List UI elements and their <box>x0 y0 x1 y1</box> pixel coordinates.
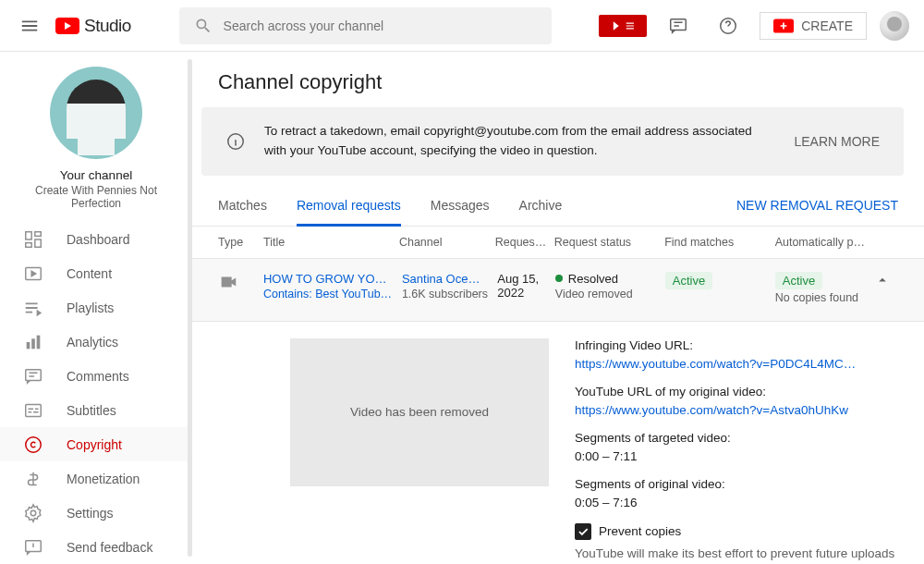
prevent-copies-checkbox[interactable] <box>575 523 591 540</box>
channel-name: Create With Pennies Not Perfection <box>15 184 177 210</box>
monetization-icon <box>22 468 44 490</box>
sidebar-item-settings[interactable]: Settings <box>0 496 192 530</box>
comments-icon <box>22 365 44 387</box>
info-message: To retract a takedown, email copyright@y… <box>264 122 775 161</box>
infringing-url-label: Infringing Video URL: <box>575 338 898 352</box>
content-icon <box>22 263 44 285</box>
gear-icon <box>22 502 44 524</box>
sidebar: Your channel Create With Pennies Not Per… <box>0 52 192 564</box>
row-subscribers: 1.6K subscribers <box>402 288 488 300</box>
channel-card[interactable]: Your channel Create With Pennies Not Per… <box>0 63 192 223</box>
auto-prevent-sub: No copies found <box>775 291 865 304</box>
search-icon <box>194 17 213 35</box>
segments-original-value: 0:05 – 7:16 <box>575 496 898 509</box>
your-channel-label: Your channel <box>15 168 177 182</box>
segments-targeted-label: Segments of targeted video: <box>575 431 898 445</box>
info-icon <box>225 131 246 152</box>
tubebuddy-icon <box>608 19 621 32</box>
dashboard-icon <box>22 228 44 251</box>
row-status: Resolved <box>568 272 618 286</box>
chat-icon[interactable] <box>660 7 697 44</box>
prevent-copies-label: Prevent copies <box>599 524 681 538</box>
svg-rect-9 <box>27 342 30 349</box>
removed-video-thumbnail: Video has been removed <box>290 338 549 486</box>
find-matches-badge: Active <box>665 272 712 289</box>
row-channel-link[interactable]: Santina Oce… <box>402 272 488 286</box>
row-status-sub: Video removed <box>555 288 656 300</box>
create-button[interactable]: CREATE <box>760 12 867 40</box>
table-header: Type Title Channel Reques… Request statu… <box>192 227 924 259</box>
infringing-url-link[interactable]: https://www.youtube.com/watch?v=P0DC4L4M… <box>575 357 898 371</box>
page-title: Channel copyright <box>192 52 924 107</box>
status-dot-icon <box>555 275 563 282</box>
expand-row-button[interactable] <box>874 272 898 291</box>
new-removal-request-button[interactable]: NEW REMOVAL REQUEST <box>736 198 898 213</box>
col-title: Title <box>263 236 399 249</box>
col-find: Find matches <box>664 236 774 249</box>
svg-rect-12 <box>26 370 42 381</box>
col-status: Request status <box>554 236 664 249</box>
sidebar-item-dashboard[interactable]: Dashboard <box>0 223 192 257</box>
segments-targeted-value: 0:00 – 7:11 <box>575 449 898 463</box>
auto-prevent-badge: Active <box>775 272 822 289</box>
col-type: Type <box>218 236 263 249</box>
create-icon <box>773 18 794 33</box>
sidebar-item-copyright[interactable]: Copyright <box>0 427 192 461</box>
tab-removal-requests[interactable]: Removal requests <box>297 185 401 226</box>
info-banner: To retract a takedown, email copyright@y… <box>201 107 904 176</box>
tab-matches[interactable]: Matches <box>218 185 267 226</box>
channel-avatar <box>50 67 142 159</box>
col-channel: Channel <box>399 236 495 249</box>
tubebuddy-button[interactable] <box>599 15 647 37</box>
playlists-icon <box>22 297 44 319</box>
col-requested: Reques… <box>495 236 554 249</box>
list-icon <box>625 19 638 32</box>
svg-rect-1 <box>671 18 687 30</box>
prevent-copies-description: YouTube will make its best effort to pre… <box>575 546 894 564</box>
sidebar-item-monetization[interactable]: Monetization <box>0 461 192 496</box>
segments-original-label: Segments of original video: <box>575 477 898 491</box>
svg-rect-11 <box>37 336 41 349</box>
learn-more-button[interactable]: LEARN MORE <box>794 134 880 149</box>
tab-archive[interactable]: Archive <box>519 185 563 226</box>
original-url-label: YouTube URL of my original video: <box>575 385 898 398</box>
table-row: HOW TO GROW YOU… Contains: Best YouTub… … <box>192 259 924 322</box>
copyright-icon <box>22 434 44 456</box>
row-contains-link[interactable]: Contains: Best YouTub… <box>263 288 393 300</box>
row-requested-date: Aug 15, 2022 <box>497 272 555 300</box>
main-content: Channel copyright To retract a takedown,… <box>192 52 924 564</box>
svg-rect-5 <box>35 232 41 237</box>
help-icon[interactable] <box>710 7 747 44</box>
original-url-link[interactable]: https://www.youtube.com/watch?v=Astva0hU… <box>575 403 898 417</box>
check-icon <box>577 525 590 538</box>
feedback-icon <box>22 536 44 558</box>
sidebar-item-feedback[interactable]: Send feedback <box>0 530 192 564</box>
sidebar-item-subtitles[interactable]: Subtitles <box>0 394 192 428</box>
menu-icon[interactable] <box>18 15 41 37</box>
svg-rect-4 <box>26 232 31 239</box>
col-auto: Automatically prev… <box>775 236 875 249</box>
tabs: Matches Removal requests Messages Archiv… <box>192 185 924 227</box>
svg-rect-7 <box>26 243 31 248</box>
row-title-link[interactable]: HOW TO GROW YOU… <box>263 272 393 286</box>
logo-text: Studio <box>84 16 131 36</box>
account-avatar[interactable] <box>880 11 909 41</box>
analytics-icon <box>22 331 44 353</box>
chevron-up-icon <box>874 272 891 288</box>
svg-rect-10 <box>31 339 35 349</box>
tab-messages[interactable]: Messages <box>431 185 490 226</box>
row-details: Video has been removed Infringing Video … <box>192 322 924 564</box>
sidebar-item-analytics[interactable]: Analytics <box>0 325 192 360</box>
header: Studio CREATE <box>0 0 924 52</box>
search-box[interactable] <box>179 7 552 44</box>
svg-rect-6 <box>35 239 41 247</box>
svg-rect-13 <box>26 405 42 417</box>
sidebar-item-content[interactable]: Content <box>0 257 192 291</box>
svg-point-14 <box>26 437 42 453</box>
sidebar-item-comments[interactable]: Comments <box>0 360 192 394</box>
sidebar-item-playlists[interactable]: Playlists <box>0 291 192 325</box>
youtube-studio-logo[interactable]: Studio <box>55 16 131 36</box>
video-type-icon <box>218 272 263 295</box>
svg-point-15 <box>30 510 36 516</box>
search-input[interactable] <box>224 18 537 33</box>
